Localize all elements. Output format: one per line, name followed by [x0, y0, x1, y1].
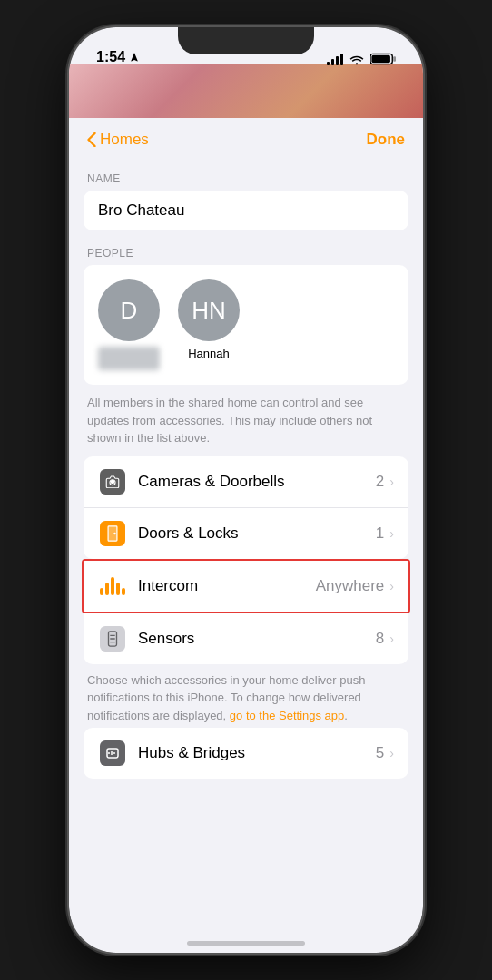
- intercom-icon: [98, 572, 127, 601]
- doors-icon: [98, 519, 127, 548]
- screen: 1:54: [69, 27, 423, 953]
- cameras-icon: [98, 467, 127, 496]
- done-button[interactable]: Done: [367, 131, 406, 149]
- status-icons: [327, 53, 396, 65]
- sensors-list: Sensors 8 ›: [84, 613, 408, 664]
- accessories-list: Cameras & Doorbells 2 › Doors & Locks: [84, 456, 408, 559]
- avatar-d-name-blurred: [98, 347, 160, 370]
- person-d[interactable]: D: [98, 279, 160, 370]
- name-input-container: [84, 191, 408, 230]
- settings-link[interactable]: go to the Settings app: [230, 709, 344, 722]
- svg-point-7: [113, 532, 115, 534]
- people-section-label: PEOPLE: [69, 247, 423, 260]
- intercom-chevron-icon: ›: [389, 579, 394, 593]
- hubs-list: Hubs & Bridges 5 ›: [84, 728, 408, 779]
- avatar-hn-name: Hannah: [188, 347, 230, 360]
- intercom-value: Anywhere: [316, 577, 385, 595]
- hubs-icon: [98, 739, 127, 768]
- intercom-highlight: Intercom Anywhere ›: [82, 559, 410, 613]
- status-time: 1:54: [96, 49, 140, 65]
- intercom-item[interactable]: Intercom Anywhere ›: [84, 561, 408, 612]
- name-section-label: NAME: [69, 172, 423, 185]
- avatar-hn: HN: [178, 279, 240, 341]
- people-row: D HN Hannah: [98, 279, 394, 370]
- notification-text: Choose which accessories in your home de…: [69, 664, 423, 729]
- people-container: D HN Hannah: [84, 265, 408, 385]
- sensors-chevron-icon: ›: [389, 632, 394, 646]
- hubs-value: 5: [376, 744, 384, 762]
- back-label: Homes: [100, 131, 149, 149]
- phone-frame: 1:54: [69, 27, 423, 953]
- sensors-icon: [98, 624, 127, 653]
- hubs-chevron-icon: ›: [389, 746, 394, 760]
- cameras-label: Cameras & Doorbells: [138, 473, 376, 491]
- doors-locks-item[interactable]: Doors & Locks 1 ›: [84, 508, 408, 559]
- sensors-item[interactable]: Sensors 8 ›: [84, 613, 408, 664]
- back-button[interactable]: Homes: [87, 131, 149, 149]
- doors-value: 1: [376, 524, 384, 543]
- doors-chevron-icon: ›: [389, 526, 394, 541]
- wifi-icon: [349, 53, 365, 65]
- cameras-doorbells-item[interactable]: Cameras & Doorbells 2 ›: [84, 456, 408, 508]
- name-input[interactable]: [98, 201, 394, 220]
- svg-rect-2: [371, 55, 390, 63]
- sensors-label: Sensors: [138, 630, 376, 648]
- notch: [178, 27, 314, 54]
- chevron-left-icon: [87, 132, 96, 147]
- hubs-bridges-item[interactable]: Hubs & Bridges 5 ›: [84, 728, 408, 779]
- signal-bars-icon: [327, 54, 343, 65]
- sensors-value: 8: [376, 630, 384, 648]
- cameras-chevron-icon: ›: [389, 475, 394, 489]
- doors-label: Doors & Locks: [138, 524, 376, 543]
- cameras-value: 2: [376, 473, 384, 491]
- nav-bar: Homes Done: [69, 118, 423, 156]
- svg-rect-1: [393, 56, 396, 62]
- battery-icon: [370, 53, 396, 65]
- location-icon: [129, 52, 140, 63]
- avatar-d: D: [98, 279, 160, 341]
- intercom-label: Intercom: [138, 577, 316, 595]
- hubs-label: Hubs & Bridges: [138, 744, 376, 762]
- people-info-text: All members in the shared home can contr…: [69, 385, 423, 456]
- home-indicator: [187, 941, 305, 946]
- person-hn[interactable]: HN Hannah: [178, 279, 240, 360]
